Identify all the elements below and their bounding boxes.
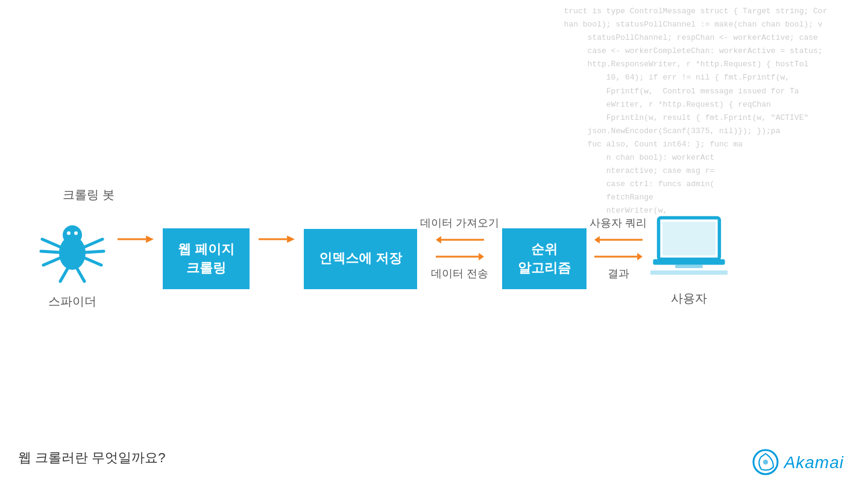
double-arrow-section-1: 데이터 가져오기 데이터 전송 <box>420 216 499 281</box>
ranking-algorithm-box: 순위 알고리즘 <box>502 228 587 290</box>
double-arrow-section-2: 사용자 쿼리 결과 <box>590 216 647 281</box>
diagram-container: 크롤링 봇 스파이더 <box>36 187 728 310</box>
arrow-box1-to-box2 <box>259 230 295 248</box>
web-crawling-label: 웹 페이지 크롤링 <box>178 240 234 278</box>
svg-point-2 <box>67 231 71 235</box>
result-label: 결과 <box>608 266 629 281</box>
svg-line-5 <box>41 251 60 252</box>
data-send-label: 데이터 전송 <box>431 266 488 281</box>
arrow-spider-to-box1 <box>118 230 154 248</box>
svg-marker-23 <box>637 253 643 260</box>
svg-marker-15 <box>287 236 295 243</box>
svg-line-7 <box>84 239 102 247</box>
akamai-logo: Akamai <box>752 449 844 476</box>
svg-marker-13 <box>146 236 154 243</box>
svg-rect-28 <box>650 271 728 275</box>
ranking-algorithm-label: 순위 알고리즘 <box>518 240 571 278</box>
svg-line-10 <box>60 269 68 281</box>
user-query-label: 사용자 쿼리 <box>590 216 647 230</box>
svg-line-11 <box>77 269 84 281</box>
svg-line-6 <box>43 258 60 265</box>
spider-icon <box>36 212 108 284</box>
svg-marker-19 <box>479 253 484 260</box>
crawling-bot-label: 크롤링 봇 <box>63 187 115 203</box>
svg-line-4 <box>42 239 60 247</box>
svg-point-30 <box>763 460 768 465</box>
svg-rect-25 <box>662 222 715 255</box>
double-arrows-2 <box>594 233 643 263</box>
index-store-box: 인덱스에 저장 <box>304 229 417 289</box>
box2-section: 인덱스에 저장 <box>304 208 417 289</box>
akamai-icon <box>752 449 779 476</box>
index-store-label: 인덱스에 저장 <box>319 249 402 268</box>
web-crawling-box: 웹 페이지 크롤링 <box>163 228 250 290</box>
svg-line-8 <box>84 251 104 252</box>
user-laptop-icon <box>650 215 728 281</box>
svg-point-1 <box>63 225 82 245</box>
svg-line-9 <box>84 258 101 265</box>
box3-section: 순위 알고리즘 <box>502 207 587 290</box>
svg-rect-26 <box>653 259 725 264</box>
svg-rect-27 <box>675 265 703 269</box>
spider-label: 스파이더 <box>48 293 96 310</box>
svg-point-3 <box>74 231 78 235</box>
user-section: 사용자 쿼리 사용자 <box>650 190 728 307</box>
double-arrows-1 <box>436 233 484 263</box>
data-fetch-label: 데이터 가져오기 <box>420 216 499 230</box>
akamai-text: Akamai <box>784 453 844 472</box>
box1-section: 웹 페이지 크롤링 <box>163 207 250 290</box>
bottom-text: 웹 크롤러란 무엇일까요? <box>18 449 165 467</box>
spider-section: 크롤링 봇 스파이더 <box>36 187 108 310</box>
user-label: 사용자 <box>671 290 707 307</box>
